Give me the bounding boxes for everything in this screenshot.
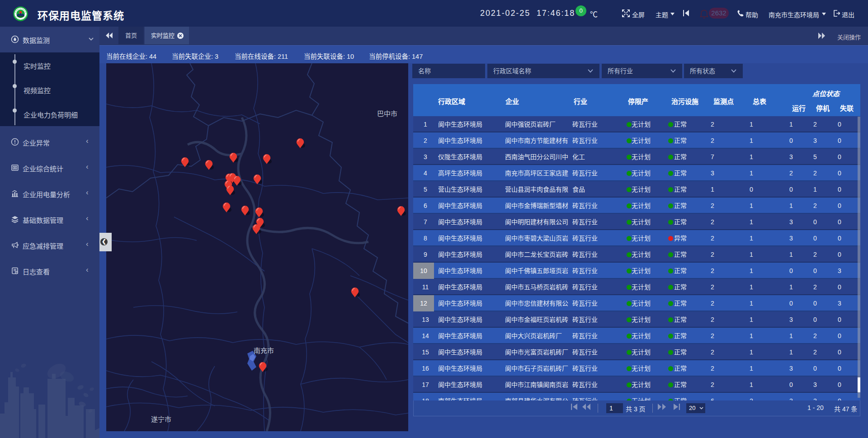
svg-text:巴中市: 巴中市 xyxy=(377,108,397,118)
svg-text:南充市: 南充市 xyxy=(254,345,274,355)
svg-text:遂宁市: 遂宁市 xyxy=(151,414,171,424)
